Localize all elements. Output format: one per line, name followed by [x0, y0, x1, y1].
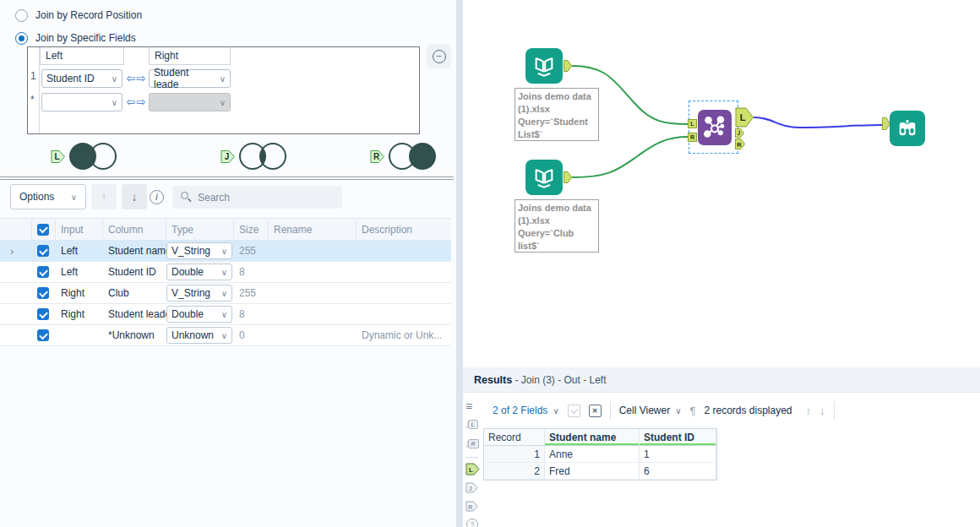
radio-join-by-specific-fields[interactable]: Join by Specific Fields [15, 30, 136, 46]
cell-size: 8 [234, 262, 269, 282]
chevron-down-icon[interactable]: ∨ [675, 406, 681, 416]
table-row[interactable]: 2 Fred 6 [484, 463, 716, 480]
cell-description[interactable]: Dynamic or Unk... [357, 325, 451, 345]
cell-rename[interactable] [269, 241, 357, 261]
right-field-select-disabled[interactable]: ∨ [149, 93, 231, 111]
table-row[interactable]: › Left Student name V_String ∨ 255 [0, 241, 451, 262]
header-column[interactable]: Column [103, 219, 166, 240]
list-view-icon[interactable]: ≡ [466, 399, 472, 413]
collapse-panel-button[interactable]: − [427, 44, 451, 68]
panel-splitter[interactable] [456, 0, 463, 527]
options-menu-button[interactable]: Options ∨ [10, 184, 86, 209]
table-row[interactable]: Left Student ID Double ∨ 8 [0, 262, 451, 283]
cell-student-name[interactable]: Fred [545, 463, 640, 479]
radio-unselected-icon[interactable] [15, 9, 28, 22]
info-icon[interactable]: i [150, 190, 164, 204]
table-row[interactable]: *Unknown Unknown ∨ 0 Dynamic or Unk... [0, 325, 451, 346]
left-field-select[interactable]: Student ID ∨ [41, 69, 122, 88]
whitespace-toggle-icon[interactable]: ¶ [690, 405, 696, 417]
header-student-name[interactable]: Student name [545, 429, 640, 445]
fields-summary-dropdown[interactable]: 2 of 2 Fields [493, 405, 547, 416]
type-select[interactable]: V_String ∨ [166, 242, 232, 259]
cell-description[interactable] [357, 283, 451, 303]
type-select[interactable]: Unknown ∨ [166, 327, 232, 344]
header-rename[interactable]: Rename [269, 219, 357, 240]
tool-annotation[interactable]: Joins demo data (1).xlsx Query=`Student … [514, 88, 599, 141]
table-row[interactable]: Right Student leader Double ∨ 8 [0, 304, 451, 325]
input-left-anchor-tab[interactable]: ⟩ L [466, 420, 478, 429]
input-right-anchor-tab[interactable]: ⟩ R [466, 439, 479, 448]
cell-viewer-dropdown[interactable]: Cell Viewer [619, 405, 670, 416]
select-all-checkbox[interactable] [37, 224, 49, 236]
chevron-down-icon[interactable]: ∨ [553, 406, 558, 416]
search-input[interactable] [172, 186, 342, 209]
apply-checkbox-icon[interactable] [568, 405, 580, 417]
help-icon[interactable]: ? [466, 519, 478, 527]
output-right-anchor-tab[interactable]: R [466, 501, 478, 512]
wire-input2-to-join[interactable] [572, 137, 688, 177]
join-right-input-anchor[interactable]: R [688, 133, 697, 142]
join-join-output-anchor[interactable]: J [735, 128, 744, 138]
output-left-anchor-tab-selected[interactable]: L [466, 463, 480, 475]
tool-annotation[interactable]: Joins demo data (1).xlsx Query=`Club lis… [514, 199, 599, 253]
row-checkbox[interactable] [37, 266, 49, 278]
header-type[interactable]: Type [166, 219, 234, 240]
browse-tool[interactable] [890, 111, 925, 146]
left-field-select-empty[interactable]: ∨ [41, 93, 122, 111]
selected-type: Double [172, 266, 204, 278]
swap-right-icon[interactable]: ⇨ [137, 72, 146, 84]
output-anchor[interactable] [564, 171, 572, 183]
output-anchor[interactable] [564, 60, 572, 72]
row-checkbox[interactable] [37, 287, 49, 299]
panel-divider[interactable] [0, 177, 454, 180]
header-size[interactable]: Size [234, 219, 269, 240]
header-record[interactable]: Record [484, 429, 545, 445]
cell-rename[interactable] [269, 262, 357, 282]
join-left-input-anchor[interactable]: L [688, 119, 697, 128]
cell-student-name[interactable]: Anne [545, 446, 640, 462]
arrow-up-icon[interactable]: ↑ [806, 405, 812, 417]
output-join-anchor-tab[interactable]: J [466, 482, 478, 493]
header-description[interactable]: Description [357, 219, 451, 240]
row-checkbox[interactable] [37, 308, 49, 320]
type-select[interactable]: Double ∨ [166, 264, 232, 280]
type-select[interactable]: Double ∨ [166, 306, 232, 323]
radio-join-by-record-position[interactable]: Join by Record Position [15, 8, 142, 23]
row-checkbox[interactable] [37, 329, 49, 341]
right-field-select[interactable]: Student leade ∨ [149, 69, 231, 88]
swap-fields-control[interactable]: ⇦ ⇨ [124, 95, 148, 108]
type-select[interactable]: V_String ∨ [166, 285, 232, 302]
cell-size: 255 [234, 241, 269, 261]
swap-left-icon[interactable]: ⇦ [127, 72, 136, 84]
header-input[interactable]: Input [56, 219, 103, 240]
join-left-output-anchor[interactable]: L [735, 107, 754, 128]
header-student-id[interactable]: Student ID [640, 429, 716, 445]
arrow-down-icon[interactable]: ↓ [819, 405, 825, 417]
cell-description[interactable] [357, 241, 451, 261]
wire-join-to-browse[interactable] [754, 117, 882, 128]
input-data-tool-2[interactable] [525, 160, 563, 195]
join-right-output-anchor[interactable]: R [735, 139, 745, 149]
cell-rename[interactable] [269, 325, 357, 345]
move-field-up-button[interactable]: ↑ [91, 184, 117, 209]
cell-student-id[interactable]: 6 [640, 463, 716, 479]
join-tool[interactable] [698, 110, 732, 145]
input-data-tool-1[interactable] [525, 48, 563, 84]
cell-student-id[interactable]: 1 [640, 446, 716, 462]
swap-fields-control[interactable]: ⇦ ⇨ [124, 72, 148, 84]
cancel-box-icon[interactable]: ✕ [589, 405, 602, 417]
cell-rename[interactable] [269, 304, 357, 324]
workflow-canvas[interactable]: Joins demo data (1).xlsx Query=`Student … [463, 0, 980, 367]
cell-description[interactable] [357, 304, 451, 324]
table-row[interactable]: 1 Anne 1 [484, 446, 716, 463]
radio-selected-icon[interactable] [15, 32, 28, 45]
swap-right-icon[interactable]: ⇨ [137, 95, 146, 108]
table-row[interactable]: Right Club V_String ∨ 255 [0, 283, 451, 304]
cell-rename[interactable] [269, 283, 357, 303]
row-expander[interactable]: › [0, 241, 32, 261]
swap-left-icon[interactable]: ⇦ [127, 95, 136, 108]
row-checkbox[interactable] [37, 245, 49, 257]
cell-description[interactable] [357, 262, 451, 282]
move-field-down-button[interactable]: ↓ [122, 184, 147, 209]
left-anchor-badge: L [51, 149, 66, 164]
